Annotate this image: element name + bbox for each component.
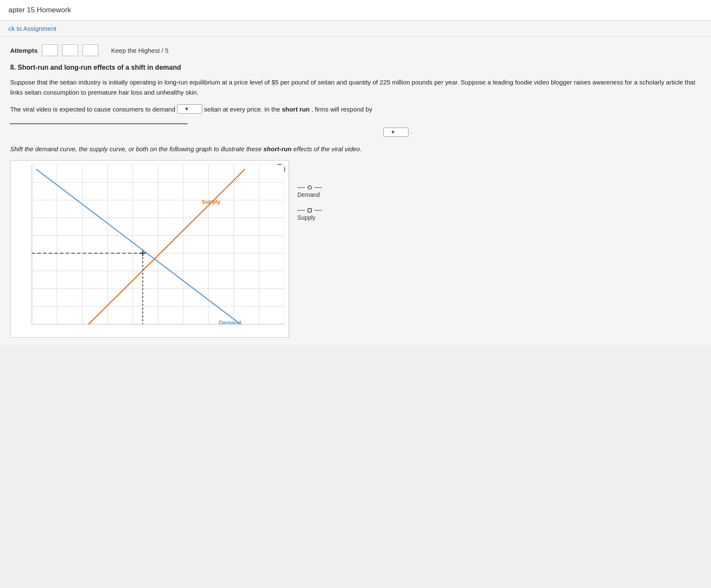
legend-item-demand: Demand (297, 185, 322, 198)
legend-supply-line-left (297, 210, 305, 211)
attempt-box-3[interactable] (82, 44, 98, 56)
second-dropdown-row: ▼ . (95, 128, 701, 137)
question-title: 8. Short-run and long-run effects of a s… (10, 64, 701, 71)
response-area: ▼ . (10, 115, 701, 137)
demand-direction-dropdown[interactable]: ▼ (177, 104, 202, 114)
legend-supply-line-right (314, 210, 322, 211)
graph-instruction: Shift the demand curve, the supply curve… (10, 144, 701, 154)
title-text: apter 15 Homework (8, 6, 71, 14)
legend-item-supply: Supply (297, 208, 322, 221)
legend-panel: Demand Supply (297, 160, 322, 221)
dropdown-arrow-icon: ▼ (184, 106, 189, 112)
inline-question-row: The viral video is expected to cause con… (10, 104, 701, 114)
attempts-row: Attempts Keep the Highest / 5 (10, 44, 701, 56)
legend-line-right (314, 187, 322, 188)
firm-response-dropdown[interactable]: ▼ (383, 128, 409, 137)
attempt-box-1[interactable] (42, 44, 58, 56)
legend-supply-square-icon (308, 208, 312, 212)
back-link[interactable]: ck to Assignment (0, 21, 711, 37)
legend-line-left (297, 187, 305, 188)
attempts-label: Attempts (10, 47, 38, 54)
graph-container: ? PRICE (Dollars per pound) (10, 160, 289, 338)
svg-text:Supply: Supply (202, 199, 221, 205)
keep-highest-label: Keep the Highest / 5 (111, 47, 169, 54)
legend-demand-label: Demand (297, 191, 320, 198)
svg-text:Demand: Demand (219, 319, 241, 324)
legend-supply-line (297, 208, 322, 212)
underline-area (10, 115, 188, 124)
legend-demand-circle-icon (308, 185, 312, 190)
legend-demand-line (297, 185, 322, 190)
attempt-box-2[interactable] (62, 44, 78, 56)
page-title: apter 15 Homework (0, 0, 711, 21)
legend-supply-label: Supply (297, 214, 316, 221)
dropdown-arrow-2-icon: ▼ (390, 129, 395, 135)
content-area: Attempts Keep the Highest / 5 8. Short-r… (0, 37, 711, 345)
graph-svg[interactable]: 10 9 8 7 6 5 4 3 2 (32, 165, 284, 324)
question-body: Suppose that the seitan industry is init… (10, 77, 701, 98)
graph-section: ? PRICE (Dollars per pound) (10, 160, 701, 338)
page-container: apter 15 Homework ck to Assignment Attem… (0, 0, 711, 588)
